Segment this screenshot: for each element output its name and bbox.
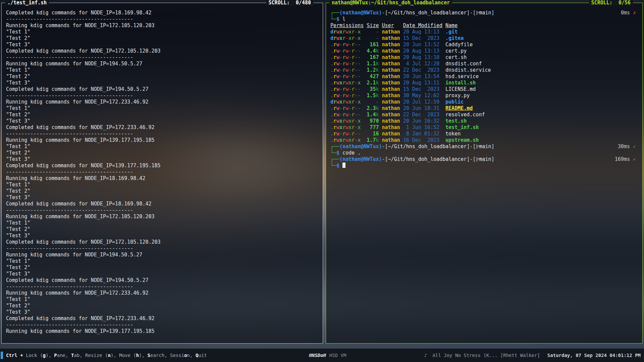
file-name: cert.sh	[445, 54, 467, 60]
command-duration: 30ms✓	[618, 143, 636, 150]
success-check-icon: ✓	[633, 156, 636, 162]
terminal-output-line: "Test 1"	[6, 143, 318, 150]
prompt-line: ┌──(nathan@NWTux)-[~/Git/hns_doh_loadbal…	[330, 143, 638, 150]
terminal-output-line: Completed kdig commands for NODE_IP=18.1…	[6, 10, 318, 16]
terminal-output-line: ----------------------------------------…	[6, 322, 318, 328]
file-name: Caddyfile	[445, 42, 473, 48]
now-playing-track: All Joy No Stress (K... [Rhett Walker]	[427, 353, 540, 358]
terminal-output-line: Running kdig commands for NODE_IP=172.10…	[6, 22, 318, 29]
file-row: .rwxrwxr-x 1.7k nathan 16 Dec 2023 upstr…	[330, 137, 638, 143]
prompt-command-line: └─$	[330, 163, 638, 169]
pane-left-scroll-indicator: SCROLL: 0/480	[266, 0, 313, 6]
terminal-output-line: Running kdig commands for NODE_IP=18.169…	[6, 175, 318, 182]
file-name: .git	[445, 29, 458, 35]
file-row: drwxrwxr-x - nathan 20 Jul 12:59 public	[330, 99, 638, 105]
file-name: LICENSE.md	[445, 86, 476, 92]
terminal-cursor[interactable]	[342, 163, 345, 168]
terminal-output-line: Running kdig commands for NODE_IP=172.23…	[6, 99, 318, 105]
file-name: .gitea	[445, 35, 464, 41]
pane-left-title: ./test_inf.sh	[5, 0, 49, 6]
terminal-output-line: Running kdig commands for NODE_IP=172.23…	[6, 290, 318, 296]
command-duration: 169ms✓	[615, 156, 636, 163]
file-row: .rw-rw-r-- 35k nathan 15 Dec 2023 LICENS…	[330, 86, 638, 93]
terminal-output-line: "Test 3"	[6, 194, 318, 201]
file-name: dnsdist.conf	[445, 61, 482, 67]
terminal-output-line: Completed kdig commands for NODE_IP=194.…	[6, 86, 318, 93]
file-row: .rwxrwxr-x 970 nathan 20 Jun 16:32 test.…	[330, 118, 638, 124]
terminal-output-line: "Test 2"	[6, 188, 318, 194]
terminal-output-line: ----------------------------------------…	[6, 284, 318, 290]
failure-cross-icon: ✗	[633, 10, 636, 16]
terminal-output-line: Completed kdig commands for NODE_IP=194.…	[6, 277, 318, 284]
terminal-output-line: Running kdig commands for NODE_IP=172.10…	[6, 214, 318, 220]
git-branch-icon	[476, 143, 479, 149]
file-row: .rw-rw-r-- 16 nathan 8 Jan 01:32 token	[330, 131, 638, 137]
file-row: .rw-rw-r-- 2.3k nathan 20 Jun 18:31 READ…	[330, 105, 638, 112]
terminal-output-line: "Test 1"	[6, 182, 318, 188]
success-check-icon: ✓	[633, 143, 636, 149]
terminal-output-line: "Test 3"	[6, 80, 318, 86]
terminal-output-line: "Test 1"	[6, 105, 318, 112]
terminal-output-line: ----------------------------------------…	[6, 93, 318, 99]
file-row: .rw-rw-r-- 427 nathan 20 Jun 13:54 hsd.s…	[330, 73, 638, 80]
clock-datetime: Saturday, 07 Sep 2024 04:01:12 PM	[547, 353, 641, 358]
zellij-status-bar: Ctrl + Lock (g), Pane, Tab, Resize (n), …	[0, 349, 644, 362]
terminal-output-line: "Test 3"	[6, 233, 318, 239]
file-name: upstream.sh	[445, 137, 479, 143]
terminal-output-line: ----------------------------------------…	[6, 131, 318, 137]
file-row: .rw-rw-r-- 1.1k nathan 4 Jul 12:20 dnsdi…	[330, 61, 638, 67]
terminal-output-line: Completed kdig commands for NODE_IP=139.…	[6, 163, 318, 169]
session-app-label: HNSDoH	[309, 353, 326, 358]
file-row: .rwxrwxr-x 2.1k nathan 20 Aug 13:11 inst…	[330, 80, 638, 86]
file-row: .rw-rw-r-- 167 nathan 20 Aug 13:10 cert.…	[330, 54, 638, 61]
terminal-output-line: Completed kdig commands for NODE_IP=172.…	[6, 239, 318, 245]
terminal-output-line: Running kdig commands for NODE_IP=194.50…	[6, 252, 318, 258]
terminal-output-line: "Test 3"	[6, 309, 318, 315]
terminal-output-line: "Test 1"	[6, 67, 318, 73]
file-name: dnsdist.service	[445, 67, 491, 73]
terminal-output-line: Completed kdig commands for NODE_IP=172.…	[6, 48, 318, 54]
terminal-output-line: "Test 3"	[6, 271, 318, 277]
terminal-output-line: ----------------------------------------…	[6, 169, 318, 175]
terminal-output-line: "Test 2"	[6, 150, 318, 156]
git-branch-icon	[476, 10, 479, 16]
prompt-line: ┌──(nathan@NWTux)-[~/Git/hns_doh_loadbal…	[330, 156, 638, 163]
terminal-output-line: "Test 1"	[6, 29, 318, 35]
file-row: .rw-rw-r-- 1.4k nathan 22 Dec 2023 resol…	[330, 112, 638, 118]
terminal-output-line: Completed kdig commands for NODE_IP=172.…	[6, 124, 318, 131]
file-name: token	[445, 131, 461, 137]
prompt-command-line: └─$ l	[330, 16, 638, 22]
keybind-hints: Ctrl + Lock (g), Pane, Tab, Resize (n), …	[6, 353, 207, 358]
terminal-output-line: Completed kdig commands for NODE_IP=172.…	[6, 315, 318, 322]
session-host-label: HSD VM	[329, 353, 346, 358]
listing-header-row: Permissions Size User Date Modified Name	[330, 22, 638, 29]
terminal-output-line: Running kdig commands for NODE_IP=194.50…	[6, 61, 318, 67]
right-pane-terminal[interactable]: ┌──(nathan@NWTux)-[~/Git/hns_doh_loadbal…	[326, 3, 642, 169]
terminal-output-line: ----------------------------------------…	[6, 245, 318, 252]
command-duration: 0ms✗	[621, 10, 636, 16]
terminal-output-line: "Test 3"	[6, 118, 318, 124]
file-name: test.sh	[445, 118, 467, 124]
file-row: .rw-rw-r-- 1.5k nathan 30 May 12:02 prox…	[330, 93, 638, 99]
terminal-output-line: ----------------------------------------…	[6, 54, 318, 61]
terminal-output-line: "Test 2"	[6, 303, 318, 309]
terminal-output-line: "Test 2"	[6, 264, 318, 271]
terminal-output-line: "Test 2"	[6, 35, 318, 42]
left-pane-terminal-output[interactable]: Completed kdig commands for NODE_IP=18.1…	[2, 3, 323, 335]
terminal-output-line: "Test 2"	[6, 112, 318, 118]
pane-right-scroll-indicator: SCROLL: 0/56	[589, 0, 633, 6]
terminal-output-line: "Test 2"	[6, 226, 318, 233]
terminal-output-line: Running kdig commands for NODE_IP=139.17…	[6, 328, 318, 335]
prompt-line: ┌──(nathan@NWTux)-[~/Git/hns_doh_loadbal…	[330, 10, 638, 16]
file-name: public	[445, 99, 464, 105]
file-row: .rw-rw-r-- 1.2k nathan 22 Dec 2023 dnsdi…	[330, 67, 638, 73]
terminal-output-line: ----------------------------------------…	[6, 207, 318, 214]
file-name: install.sh	[445, 80, 476, 86]
pane-left-test-script[interactable]: ./test_inf.sh SCROLL: 0/480 Completed kd…	[1, 3, 323, 344]
terminal-output-line: "Test 3"	[6, 156, 318, 163]
pane-right-title: nathan@NWTux:~/Git/hns_doh_loadbalancer	[329, 0, 452, 6]
terminal-output-line: "Test 1"	[6, 258, 318, 264]
file-name: hsd.service	[445, 73, 479, 79]
pane-right-shell[interactable]: nathan@NWTux:~/Git/hns_doh_loadbalancer …	[326, 3, 643, 344]
file-name: README.md	[445, 105, 473, 111]
